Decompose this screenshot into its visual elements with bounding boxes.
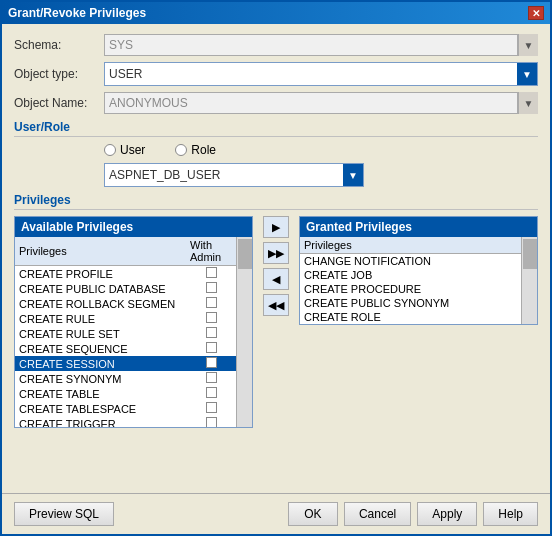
apply-button[interactable]: Apply: [417, 502, 477, 526]
granted-privilege-name: CREATE PROCEDURE: [300, 282, 521, 296]
object-type-row: Object type: USER ▼: [14, 62, 538, 86]
user-radio-item[interactable]: User: [104, 143, 145, 157]
cancel-button[interactable]: Cancel: [344, 502, 411, 526]
ok-button[interactable]: OK: [288, 502, 338, 526]
granted-privileges-list[interactable]: Privileges CHANGE NOTIFICATIONCREATE JOB…: [300, 237, 521, 324]
available-table-row[interactable]: CREATE TABLESPACE: [15, 401, 236, 416]
schema-row: Schema: SYS ▼: [14, 34, 538, 56]
object-name-label: Object Name:: [14, 96, 104, 110]
bottom-bar: Preview SQL OK Cancel Apply Help: [2, 493, 550, 534]
available-table-row[interactable]: CREATE TRIGGER: [15, 416, 236, 427]
with-admin-checkbox[interactable]: [206, 402, 217, 413]
available-privileges-inner: Privileges With Admin CREATE PROFILECREA…: [15, 237, 252, 427]
move-all-left-button[interactable]: ◀◀: [263, 294, 289, 316]
available-privilege-name: CREATE PROFILE: [15, 266, 186, 282]
move-right-button[interactable]: ▶: [263, 216, 289, 238]
object-name-row: Object Name: ANONYMOUS ▼: [14, 92, 538, 114]
granted-table-row[interactable]: CREATE JOB: [300, 268, 521, 282]
granted-table-row[interactable]: CHANGE NOTIFICATION: [300, 254, 521, 269]
available-table-row[interactable]: CREATE RULE: [15, 311, 236, 326]
role-radio-item[interactable]: Role: [175, 143, 216, 157]
user-role-section: User Role ASPNET_DB_USER ▼: [14, 143, 538, 187]
action-buttons: OK Cancel Apply Help: [288, 502, 538, 526]
available-table-row[interactable]: CREATE PROFILE: [15, 266, 236, 282]
object-name-dropdown-arrow[interactable]: ▼: [518, 92, 538, 114]
with-admin-checkbox[interactable]: [206, 267, 217, 278]
privileges-section-title: Privileges: [14, 193, 538, 210]
available-privilege-name: CREATE RULE SET: [15, 326, 186, 341]
granted-table-row[interactable]: CREATE ROLE: [300, 310, 521, 324]
window-title: Grant/Revoke Privileges: [8, 6, 146, 20]
role-radio-button[interactable]: [175, 144, 187, 156]
user-radio-label: User: [120, 143, 145, 157]
object-name-value: ANONYMOUS: [104, 92, 518, 114]
available-privileges-box: Available Privileges Privileges With Adm…: [14, 216, 253, 428]
available-privilege-name: CREATE ROLLBACK SEGMEN: [15, 296, 186, 311]
role-radio-label: Role: [191, 143, 216, 157]
granted-scrollbar[interactable]: [521, 237, 537, 324]
arrow-buttons-group: ▶ ▶▶ ◀ ◀◀: [259, 216, 293, 316]
granted-table-header-row: Privileges: [300, 237, 521, 254]
content-area: Schema: SYS ▼ Object type: USER ▼ Object…: [2, 24, 550, 438]
schema-dropdown-arrow[interactable]: ▼: [518, 34, 538, 56]
available-privilege-admin: [186, 416, 236, 427]
object-name-field: ANONYMOUS ▼: [104, 92, 538, 114]
user-radio-button[interactable]: [104, 144, 116, 156]
move-left-button[interactable]: ◀: [263, 268, 289, 290]
with-admin-checkbox[interactable]: [206, 417, 217, 427]
col-privileges-header: Privileges: [15, 237, 186, 266]
granted-table-row[interactable]: CREATE PUBLIC SYNONYM: [300, 296, 521, 310]
granted-privilege-name: CREATE PUBLIC SYNONYM: [300, 296, 521, 310]
move-all-right-button[interactable]: ▶▶: [263, 242, 289, 264]
available-privilege-name: CREATE TABLE: [15, 386, 186, 401]
available-table-row[interactable]: CREATE TABLE: [15, 386, 236, 401]
available-table-row[interactable]: CREATE SYNONYM: [15, 371, 236, 386]
available-table-row[interactable]: CREATE SESSION: [15, 356, 236, 371]
with-admin-checkbox[interactable]: [206, 357, 217, 368]
granted-privileges-header: Granted Privileges: [300, 217, 537, 237]
available-privilege-admin: [186, 296, 236, 311]
close-button[interactable]: ✕: [528, 6, 544, 20]
user-select-value: ASPNET_DB_USER: [105, 164, 343, 186]
object-type-label: Object type:: [14, 67, 104, 81]
object-type-dropdown-arrow[interactable]: ▼: [517, 63, 537, 85]
with-admin-checkbox[interactable]: [206, 312, 217, 323]
user-select-dropdown-arrow[interactable]: ▼: [343, 164, 363, 186]
available-privilege-name: CREATE SEQUENCE: [15, 341, 186, 356]
available-table-row[interactable]: CREATE RULE SET: [15, 326, 236, 341]
available-scrollbar[interactable]: [236, 237, 252, 427]
schema-value: SYS: [104, 34, 518, 56]
schema-field: SYS ▼: [104, 34, 538, 56]
radio-row: User Role: [104, 143, 538, 157]
help-button[interactable]: Help: [483, 502, 538, 526]
preview-sql-button[interactable]: Preview SQL: [14, 502, 114, 526]
granted-scroll-thumb[interactable]: [523, 239, 537, 269]
available-privilege-name: CREATE SYNONYM: [15, 371, 186, 386]
with-admin-checkbox[interactable]: [206, 282, 217, 293]
with-admin-checkbox[interactable]: [206, 342, 217, 353]
with-admin-checkbox[interactable]: [206, 297, 217, 308]
with-admin-checkbox[interactable]: [206, 387, 217, 398]
available-table-row[interactable]: CREATE SEQUENCE: [15, 341, 236, 356]
with-admin-checkbox[interactable]: [206, 327, 217, 338]
available-privilege-admin: [186, 281, 236, 296]
available-privilege-admin: [186, 326, 236, 341]
granted-privilege-name: CREATE ROLE: [300, 310, 521, 324]
available-privileges-list[interactable]: Privileges With Admin CREATE PROFILECREA…: [15, 237, 236, 427]
available-privileges-header: Available Privileges: [15, 217, 252, 237]
granted-privilege-name: CREATE JOB: [300, 268, 521, 282]
privileges-section: Available Privileges Privileges With Adm…: [14, 216, 538, 428]
with-admin-checkbox[interactable]: [206, 372, 217, 383]
available-privilege-admin: [186, 266, 236, 282]
available-privilege-admin: [186, 371, 236, 386]
granted-privileges-table: Privileges CHANGE NOTIFICATIONCREATE JOB…: [300, 237, 521, 324]
available-privilege-admin: [186, 386, 236, 401]
available-table-row[interactable]: CREATE PUBLIC DATABASE: [15, 281, 236, 296]
object-type-value: USER: [105, 63, 517, 85]
schema-label: Schema:: [14, 38, 104, 52]
available-privilege-admin: [186, 341, 236, 356]
granted-table-row[interactable]: CREATE PROCEDURE: [300, 282, 521, 296]
available-table-row[interactable]: CREATE ROLLBACK SEGMEN: [15, 296, 236, 311]
object-type-field: USER ▼: [104, 62, 538, 86]
available-scroll-thumb[interactable]: [238, 239, 252, 269]
